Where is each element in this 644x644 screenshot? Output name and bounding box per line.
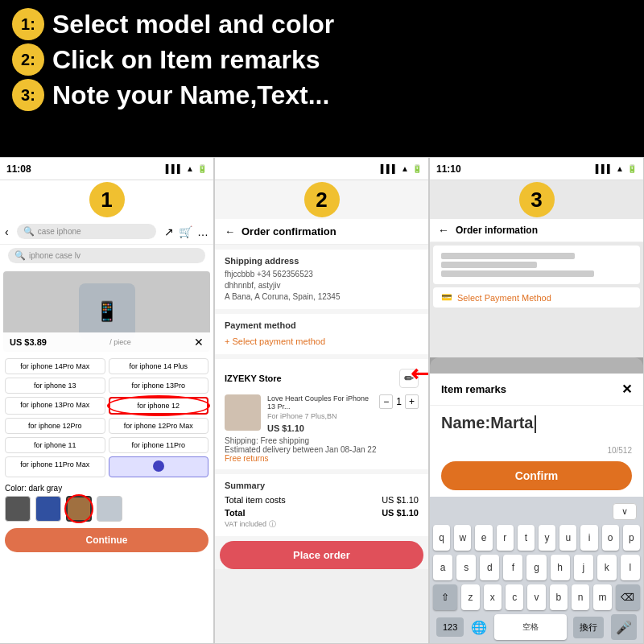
search-bar[interactable]: 🔍 case iphone (17, 224, 156, 239)
key-v[interactable]: v (527, 584, 545, 610)
price-tag: US $3.89 / piece ✕ (3, 332, 210, 352)
key-p[interactable]: p (623, 525, 640, 551)
key-y[interactable]: y (539, 525, 555, 551)
model-btn-11[interactable] (109, 456, 209, 477)
remarks-close-icon[interactable]: ✕ (621, 382, 632, 397)
key-o[interactable]: o (602, 525, 619, 551)
key-shift[interactable]: ⇧ (433, 584, 457, 610)
close-price-icon[interactable]: ✕ (194, 336, 204, 349)
model-btn-7[interactable]: for iphone 12Pro Max (109, 418, 209, 434)
panels-container: 11:08 ▌▌▌ ▲ 🔋 1 ‹ 🔍 case iphone ↗ 🛒 … (0, 157, 644, 644)
model-btn-3[interactable]: for iphone 13Pro (109, 378, 209, 394)
key-numbers[interactable]: 123 (436, 617, 464, 637)
qty-minus[interactable]: − (379, 394, 393, 409)
key-s[interactable]: s (456, 555, 476, 580)
key-convert[interactable]: 換行 (573, 617, 604, 638)
key-k[interactable]: k (597, 555, 617, 580)
p3-wifi-icon: ▲ (616, 164, 624, 173)
model-btn-8[interactable]: for iphone 11 (5, 437, 105, 453)
key-w[interactable]: w (454, 525, 471, 551)
address-line-2 (441, 262, 537, 268)
payment-link[interactable]: + Select payment method (225, 336, 325, 346)
search2-icon: 🔍 (14, 250, 26, 261)
panel3-topbar: 11:10 ▌▌▌ ▲ 🔋 (430, 158, 643, 180)
key-t[interactable]: t (518, 525, 535, 551)
model-btn-10[interactable]: for iphone 11Pro Max (5, 456, 105, 477)
phone-emoji: 📱 (95, 300, 119, 323)
continue-button[interactable]: Continue (5, 528, 208, 552)
swatch-brown[interactable] (66, 496, 92, 522)
swatch-light[interactable] (97, 496, 122, 522)
remarks-input[interactable]: Name:Marta (430, 406, 643, 446)
key-m[interactable]: m (593, 584, 611, 610)
swatch-dark-gray[interactable] (5, 496, 31, 522)
key-j[interactable]: j (574, 555, 593, 580)
key-a[interactable]: a (433, 555, 452, 580)
remarks-value: Name:Marta (441, 414, 533, 431)
key-space[interactable]: 空格 (494, 614, 567, 640)
panel1-search2-row: 🔍 iphone case lv (0, 248, 213, 268)
model-btn-6[interactable]: for iphone 12Pro (5, 418, 105, 434)
key-d[interactable]: d (480, 555, 499, 580)
model-btn-1[interactable]: for iphone 14 Plus (109, 358, 209, 374)
p3-payment-label[interactable]: Select Payment Method (457, 293, 551, 303)
vat-label: VAT included (225, 520, 266, 528)
address-line-3 (441, 270, 594, 277)
p2-wifi-icon: ▲ (401, 164, 409, 173)
qty-plus[interactable]: + (405, 394, 419, 409)
p2-signal-icon: ▌▌▌ (381, 164, 398, 173)
model-btn-9[interactable]: for iphone 11Pro (109, 437, 209, 453)
share-icon[interactable]: ↗ (164, 225, 174, 238)
shipping-name: fhjccbbb +34 562356523 (225, 269, 419, 280)
p3-back-icon[interactable]: ← (438, 224, 449, 237)
order-back-icon[interactable]: ← (225, 225, 235, 237)
red-arrow-indicator: ⟵ (411, 361, 429, 387)
p3-spacer (430, 311, 643, 327)
payment-section: Payment method + Select payment method (215, 314, 428, 354)
keyboard-collapse-button[interactable]: ∨ (613, 503, 637, 520)
product-row: Love Heart Couples For iPhone 13 Pr... F… (225, 391, 419, 436)
product-sub: For iPhone 7 Plus,BN (267, 412, 373, 420)
key-b[interactable]: b (550, 584, 568, 610)
confirm-button[interactable]: Confirm (441, 461, 632, 490)
model-btn-0[interactable]: for iphone 14Pro Max (5, 358, 105, 374)
key-z[interactable]: z (461, 584, 479, 610)
search-bar-2[interactable]: 🔍 iphone case lv (8, 248, 205, 263)
key-r[interactable]: r (497, 525, 514, 551)
key-x[interactable]: x (484, 584, 502, 610)
step-2-text: Click on Item remarks (52, 45, 320, 75)
remarks-header: Item remarks ✕ (430, 374, 643, 406)
key-e[interactable]: e (475, 525, 492, 551)
model-btn-4[interactable]: for iphone 13Pro Max (5, 397, 105, 415)
model-btn-5[interactable]: for iphone 12 (109, 397, 209, 415)
key-c[interactable]: c (506, 584, 523, 610)
wifi-icon: ▲ (186, 164, 194, 173)
key-h[interactable]: h (551, 555, 570, 580)
remarks-modal-body: Item remarks ✕ Name:Marta 10/512 Confirm… (430, 374, 643, 643)
key-g[interactable]: g (526, 555, 546, 580)
key-q[interactable]: q (433, 525, 450, 551)
more-icon[interactable]: … (197, 225, 208, 238)
key-i[interactable]: i (580, 525, 597, 551)
battery-icon: 🔋 (197, 164, 207, 173)
globe-icon[interactable]: 🌐 (471, 620, 487, 635)
key-u[interactable]: u (559, 525, 576, 551)
search-text: case iphone (38, 227, 81, 236)
key-f[interactable]: f (503, 555, 522, 580)
place-order-button[interactable]: Place order (220, 541, 423, 569)
step-3-text: Note your Name,Text... (52, 80, 329, 110)
search-icon: 🔍 (23, 226, 35, 237)
key-l[interactable]: l (621, 555, 640, 580)
model-btn-2[interactable]: for iphone 13 (5, 378, 105, 394)
panel1-topbar: 11:08 ▌▌▌ ▲ 🔋 (0, 158, 213, 180)
summary-section: Summary Total item costs US $1.10 Total … (215, 474, 428, 536)
swatch-blue[interactable] (35, 496, 61, 522)
cart-icon[interactable]: 🛒 (179, 225, 192, 238)
key-mic[interactable]: 🎤 (611, 614, 637, 640)
key-n[interactable]: n (572, 584, 589, 610)
keyboard-row-1: q w e r t y u i o p (433, 525, 640, 551)
order-title: Order confirmation (242, 225, 336, 237)
back-icon[interactable]: ‹ (5, 225, 9, 238)
total-value: US $1.10 (382, 508, 419, 518)
key-backspace[interactable]: ⌫ (616, 584, 640, 610)
